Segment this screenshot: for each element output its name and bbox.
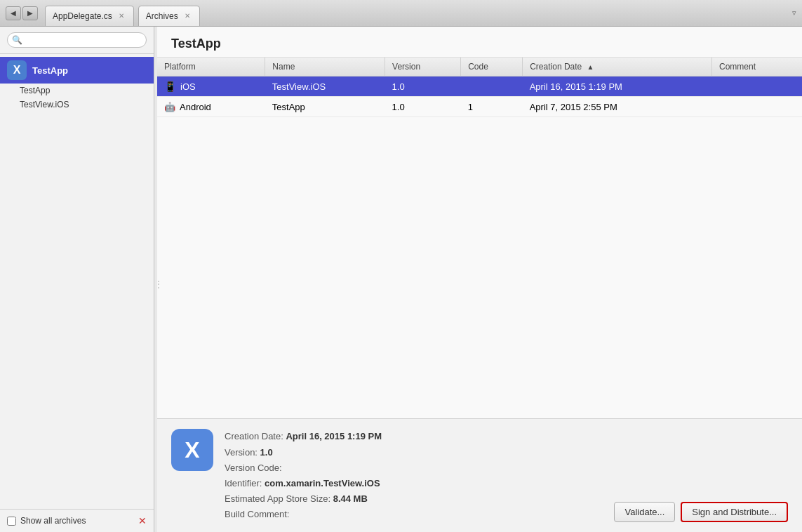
- detail-estimated-size-value: 8.44 MB: [333, 493, 368, 504]
- detail-panel: X Creation Date: April 16, 2015 1:19 PM …: [157, 418, 802, 532]
- col-platform[interactable]: Platform: [157, 58, 265, 77]
- archives-data-table: Platform Name Version Code Creation Date: [157, 58, 802, 117]
- validate-button[interactable]: Validate...: [614, 502, 675, 522]
- tab-appdelegate-close[interactable]: ✕: [116, 11, 126, 21]
- show-all-archives-checkbox[interactable]: Show all archives: [7, 516, 86, 526]
- title-bar-right: ▿: [792, 8, 796, 18]
- sidebar-item-testapp[interactable]: X TestApp: [0, 57, 154, 84]
- sign-and-distribute-button[interactable]: Sign and Distribute...: [681, 502, 788, 522]
- sort-arrow-creation-date: ▲: [587, 63, 594, 71]
- row2-creation-date: April 7, 2015 2:55 PM: [523, 97, 712, 117]
- detail-identifier: Identifier: com.xamarin.TestView.iOS: [225, 476, 603, 491]
- android-icon: 🤖: [164, 101, 175, 112]
- sidebar-tree: X TestApp TestApp TestView.iOS: [0, 54, 154, 509]
- tab-archives[interactable]: Archives ✕: [138, 6, 200, 27]
- row2-platform: 🤖 Android: [157, 97, 265, 117]
- sidebar-subitem-testview-ios[interactable]: TestView.iOS: [0, 98, 154, 112]
- content-area: TestApp Platform Name Version: [157, 27, 802, 532]
- ios-icon: 📱: [164, 81, 176, 92]
- search-icon: 🔍: [12, 35, 22, 45]
- clear-button[interactable]: ✕: [138, 515, 147, 526]
- action-buttons: Validate... Sign and Distribute...: [614, 502, 788, 522]
- row1-creation-date: April 16, 2015 1:19 PM: [523, 77, 712, 97]
- content-title: TestApp: [157, 27, 802, 58]
- row2-version: 1.0: [385, 97, 461, 117]
- detail-version-value: 1.0: [260, 447, 273, 458]
- sidebar-item-testapp-label: TestApp: [32, 65, 68, 76]
- sidebar: 🔍 X TestApp TestApp TestView.iOS Show al…: [0, 27, 154, 532]
- row1-code: [461, 77, 523, 97]
- detail-info: Creation Date: April 16, 2015 1:19 PM Ve…: [225, 429, 603, 522]
- tab-appdelegate[interactable]: AppDelegate.cs ✕: [45, 6, 134, 27]
- row2-comment: [711, 97, 802, 117]
- col-name[interactable]: Name: [265, 58, 385, 77]
- row2-name: TestApp: [265, 97, 385, 117]
- main-layout: 🔍 X TestApp TestApp TestView.iOS Show al…: [0, 27, 802, 532]
- row1-name: TestView.iOS: [265, 77, 385, 97]
- col-version[interactable]: Version: [385, 58, 461, 77]
- sidebar-bottom: Show all archives ✕: [0, 509, 154, 532]
- archive-table: Platform Name Version Code Creation Date: [157, 58, 802, 418]
- table-row[interactable]: 🤖 Android TestApp 1.0 1 April 7, 2015 2:…: [157, 97, 802, 117]
- row1-platform: 📱 iOS: [157, 77, 265, 97]
- col-code[interactable]: Code: [461, 58, 523, 77]
- row2-code: 1: [461, 97, 523, 117]
- detail-version: Version: 1.0: [225, 445, 603, 460]
- detail-version-code: Version Code:: [225, 460, 603, 476]
- search-bar: 🔍: [0, 27, 154, 54]
- detail-identifier-value: com.xamarin.TestView.iOS: [265, 478, 380, 488]
- detail-app-icon: X: [171, 429, 213, 471]
- sidebar-subitem-testapp-label: TestApp: [20, 86, 50, 95]
- tab-appdelegate-label: AppDelegate.cs: [53, 11, 112, 21]
- detail-estimated-size: Estimated App Store Size: 8.44 MB: [225, 491, 603, 507]
- detail-creation-date-value: April 16, 2015 1:19 PM: [286, 431, 382, 441]
- sidebar-subitem-testapp[interactable]: TestApp: [0, 84, 154, 98]
- tab-archives-label: Archives: [146, 11, 178, 21]
- xamarin-icon: X: [7, 60, 27, 80]
- nav-buttons: ◀ ▶: [6, 6, 38, 20]
- detail-build-comment: Build Comment:: [225, 507, 603, 522]
- forward-button[interactable]: ▶: [22, 6, 38, 20]
- show-all-label: Show all archives: [20, 516, 86, 526]
- table-row[interactable]: 📱 iOS TestView.iOS 1.0 April 16, 2015 1:…: [157, 77, 802, 97]
- row1-comment: [711, 77, 802, 97]
- detail-creation-date: Creation Date: April 16, 2015 1:19 PM: [225, 429, 603, 444]
- back-button[interactable]: ◀: [6, 6, 21, 20]
- resize-handle[interactable]: [154, 27, 157, 532]
- show-all-checkbox-input[interactable]: [7, 517, 16, 526]
- col-creation-date[interactable]: Creation Date ▲: [523, 58, 712, 77]
- col-comment[interactable]: Comment: [711, 58, 802, 77]
- tab-archives-close[interactable]: ✕: [182, 11, 192, 21]
- row1-version: 1.0: [385, 77, 461, 97]
- search-input[interactable]: [7, 32, 147, 48]
- title-bar: ◀ ▶ AppDelegate.cs ✕ Archives ✕ ▿: [0, 0, 802, 27]
- sidebar-subitem-testview-ios-label: TestView.iOS: [20, 100, 69, 109]
- table-header-row: Platform Name Version Code Creation Date: [157, 58, 802, 77]
- detail-actions: Validate... Sign and Distribute...: [614, 502, 788, 522]
